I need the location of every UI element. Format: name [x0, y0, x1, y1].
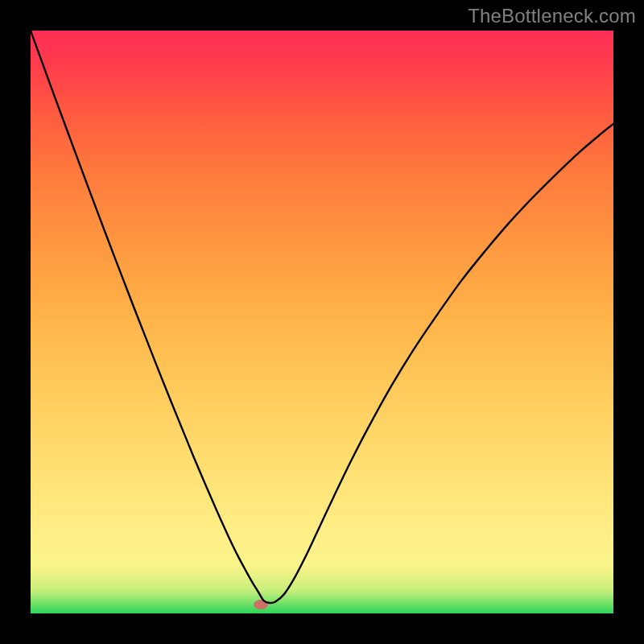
curve-svg: [31, 31, 613, 613]
bottleneck-curve: [31, 31, 613, 603]
chart-frame: TheBottleneck.com: [0, 0, 644, 644]
watermark-text: TheBottleneck.com: [468, 5, 636, 27]
plot-area: [31, 31, 613, 613]
